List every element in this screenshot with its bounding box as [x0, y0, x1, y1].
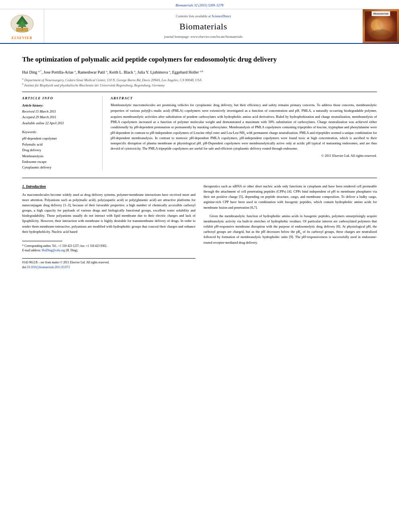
article-content: The optimization of polymalic acid pepti…: [0, 44, 399, 277]
authors-line: Hui Ding a,*, Jose Portilla-Arias a, Ram…: [22, 69, 377, 75]
svg-point-9: [378, 16, 392, 31]
header-center: Contents lists available at ScienceDirec…: [44, 9, 363, 43]
divider-1: [22, 92, 377, 92]
abstract-column: ABSTRACT Membranolytic macromolecules ar…: [111, 96, 377, 170]
keyword-1: pH-dependent copolymer: [22, 136, 96, 141]
history-heading: Article history:: [22, 103, 96, 108]
journal-title: Biomaterials: [179, 21, 227, 32]
body-content: 1. Introduction As macromolecules become…: [22, 178, 377, 269]
article-info-heading: ARTICLE INFO: [22, 96, 96, 100]
available: Available online 22 April 2011: [22, 120, 96, 126]
intro-para-3: Given the membranolytic function of hydr…: [204, 214, 377, 245]
doi-link[interactable]: 10.1016/j.biomaterials.2011.03.073: [27, 265, 70, 269]
footnote-divider: [22, 241, 62, 241]
keyword-3: Drug delivery: [22, 147, 96, 153]
footer-doi: doi:10.1016/j.biomaterials.2011.03.073: [22, 265, 195, 269]
header-main: ELSEVIER Contents lists available at Sci…: [0, 9, 399, 43]
keyword-5: Endosome escape: [22, 159, 96, 164]
abstract-heading: ABSTRACT: [111, 96, 377, 100]
elsevier-logo-block: ELSEVIER: [0, 9, 44, 43]
keyword-4: Membranolysis: [22, 153, 96, 159]
intro-para-2: therapeutics such as siRNA or other shor…: [204, 184, 377, 210]
keywords-section: Keywords: pH-dependent copolymer Polymal…: [22, 130, 96, 170]
footnote-email: E-mail address: HuiDing@cshs.org (H. Din…: [22, 248, 195, 253]
body-columns: 1. Introduction As macromolecules become…: [22, 184, 377, 269]
elsevier-logo: ELSEVIER: [8, 12, 36, 40]
keywords-label: Keywords:: [22, 130, 96, 134]
footer-line: 0142-9612/$ – see front matter © 2011 El…: [22, 258, 195, 269]
article-title: The optimization of polymalic acid pepti…: [22, 55, 377, 64]
copyright-line: © 2011 Elsevier Ltd. All rights reserved…: [111, 154, 377, 158]
elsevier-text: ELSEVIER: [11, 36, 32, 40]
journal-header: Biomaterials 32 (2011) 5269–5278: [0, 0, 399, 44]
section-1-title: 1. Introduction: [22, 184, 195, 190]
article-history: Article history: Received 15 March 2011 …: [22, 103, 96, 126]
intro-para-1: As macromolecules become widely used as …: [22, 192, 195, 234]
affiliations: a Department of Neurosurgery, Cedars-Sin…: [22, 78, 377, 88]
elsevier-tree-icon: [8, 12, 36, 35]
received: Received 15 March 2011: [22, 109, 96, 114]
affiliation-a: a Department of Neurosurgery, Cedars-Sin…: [22, 78, 377, 83]
info-abstract-columns: ARTICLE INFO Article history: Received 1…: [22, 96, 377, 170]
footnote-star: * Corresponding author. Tel.: +1 310 423…: [22, 244, 195, 248]
biomaterials-badge: Biomaterials: [372, 11, 390, 16]
page-wrapper: Biomaterials 32 (2011) 5269–5278: [0, 0, 399, 532]
biomaterials-logo-block: Biomaterials: [363, 9, 399, 43]
keyword-6: Cytoplasmic delivery: [22, 164, 96, 170]
body-left-col: 1. Introduction As macromolecules become…: [22, 184, 195, 269]
abstract-text: Membranolytic macromolecules are promisi…: [111, 103, 377, 151]
body-right-col: therapeutics such as siRNA or other shor…: [204, 184, 377, 269]
journal-citation: Biomaterials 32 (2011) 5269–5278: [0, 2, 399, 9]
keyword-2: Polymalic acid: [22, 142, 96, 147]
sciencedirect-link[interactable]: ScienceDirect: [212, 14, 231, 18]
affiliation-b: b Institut für Biophysik und physikalisc…: [22, 83, 377, 88]
svg-point-10: [371, 29, 391, 37]
email-link[interactable]: HuiDing@cshs.org: [42, 249, 65, 252]
sciencedirect-line: Contents lists available at ScienceDirec…: [176, 14, 231, 18]
journal-homepage: journal homepage: www.elsevier.com/locat…: [164, 35, 243, 39]
article-info-column: ARTICLE INFO Article history: Received 1…: [22, 96, 103, 170]
accepted: Accepted 29 March 2011: [22, 114, 96, 120]
footer-issn: 0142-9612/$ – see front matter © 2011 El…: [22, 260, 195, 265]
